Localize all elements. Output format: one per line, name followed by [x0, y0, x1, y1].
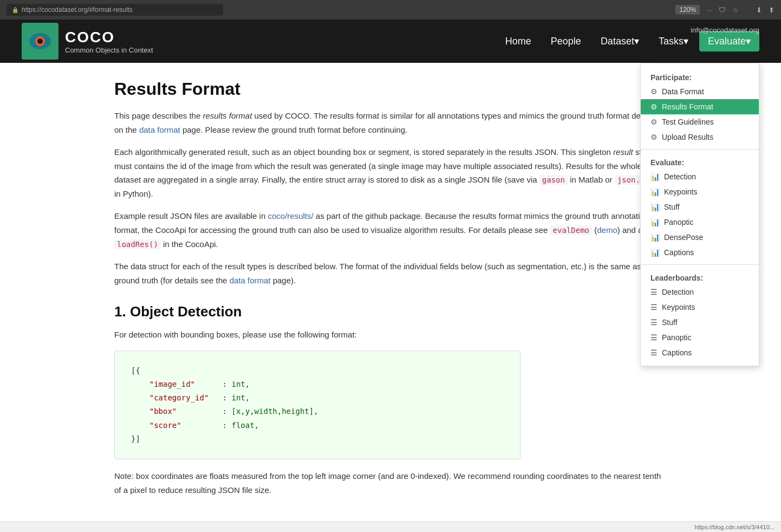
- dropdown-eval-keypoints-label: Keypoints: [664, 187, 697, 196]
- gear-icon-2: ⚙: [650, 102, 658, 111]
- dropdown-test-guidelines-label: Test Guidelines: [662, 118, 714, 126]
- dropdown-eval-captions[interactable]: 📊 Captions: [641, 245, 759, 260]
- dropdown-results-format[interactable]: ⚙ Results Format: [641, 99, 759, 114]
- logo-svg: [25, 26, 55, 56]
- gear-icon-3: ⚙: [650, 118, 658, 126]
- nav-home[interactable]: Home: [497, 31, 540, 51]
- download-icon[interactable]: ⬇: [756, 6, 762, 14]
- dropdown-eval-keypoints[interactable]: 📊 Keypoints: [641, 184, 759, 199]
- evaluate-dropdown: Participate: ⚙ Data Format ⚙ Results For…: [640, 63, 759, 366]
- dropdown-eval-stuff[interactable]: 📊 Stuff: [641, 199, 759, 215]
- shield-icon: 🛡: [719, 6, 726, 14]
- star-icon[interactable]: ☆: [732, 6, 739, 14]
- dropdown-upload-results[interactable]: ⚙ Upload Results: [641, 129, 759, 145]
- leaderboards-label: Leaderboards:: [641, 269, 759, 284]
- bar-chart-icon-1: 📊: [650, 172, 660, 181]
- dropdown-upload-results-label: Upload Results: [662, 133, 713, 141]
- dropdown-lb-stuff-label: Stuff: [662, 318, 678, 327]
- dropdown-eval-captions-label: Captions: [664, 248, 694, 257]
- nav-people[interactable]: People: [542, 31, 590, 51]
- gear-icon-4: ⚙: [650, 133, 658, 141]
- logo-subtitle: Common Objects in Context: [65, 46, 153, 54]
- list-icon-1: ☰: [650, 288, 658, 296]
- data-format-link-2[interactable]: data format: [230, 276, 271, 285]
- intro-paragraph-4: The data struct for each of the result t…: [114, 259, 667, 287]
- list-icon-3: ☰: [650, 318, 658, 327]
- dropdown-eval-detection-label: Detection: [664, 172, 696, 181]
- url-text: https://cocodataset.org/#format-results: [22, 6, 133, 14]
- data-format-link-1[interactable]: data format: [139, 125, 180, 134]
- browser-bar: 🔒 https://cocodataset.org/#format-result…: [0, 0, 781, 20]
- page-title: Results Format: [114, 79, 667, 99]
- dropdown-lb-keypoints[interactable]: ☰ Keypoints: [641, 300, 759, 315]
- dropdown-lb-keypoints-label: Keypoints: [662, 303, 695, 312]
- url-bar[interactable]: 🔒 https://cocodataset.org/#format-result…: [6, 4, 223, 16]
- dropdown-lb-captions[interactable]: ☰ Captions: [641, 345, 759, 360]
- page-content: Results Format This page describes the r…: [93, 63, 688, 529]
- status-url: https://blog.cdn.net/s/3/4410...: [695, 524, 775, 530]
- dropdown-lb-panoptic[interactable]: ☰ Panoptic: [641, 330, 759, 345]
- list-icon-4: ☰: [650, 333, 658, 342]
- logo-text: COCO Common Objects in Context: [65, 29, 153, 54]
- lock-icon: 🔒: [12, 7, 18, 13]
- divider-2: [641, 264, 759, 265]
- dropdown-eval-detection[interactable]: 📊 Detection: [641, 169, 759, 184]
- dropdown-eval-panoptic[interactable]: 📊 Panoptic: [641, 215, 759, 230]
- demo-link[interactable]: demo: [597, 225, 617, 235]
- section1-title: 1. Object Detection: [114, 303, 667, 320]
- participate-label: Participate:: [641, 69, 759, 84]
- nav-dataset[interactable]: Dataset▾: [592, 31, 648, 51]
- nav-email: info@cocodataset.org: [691, 26, 759, 34]
- dropdown-lb-detection[interactable]: ☰ Detection: [641, 284, 759, 300]
- logo-area: COCO Common Objects in Context: [22, 23, 153, 60]
- dropdown-lb-panoptic-label: Panoptic: [662, 333, 691, 342]
- browser-actions: 120% ··· 🛡 ☆ ⬇ ⬆: [675, 5, 775, 15]
- dropdown-eval-panoptic-label: Panoptic: [664, 218, 693, 226]
- dropdown-data-format-label: Data Format: [662, 87, 704, 96]
- navbar: info@cocodataset.org COCO Common Objects…: [0, 20, 781, 63]
- dropdown-data-format[interactable]: ⚙ Data Format: [641, 84, 759, 99]
- dropdown-results-format-label: Results Format: [662, 102, 713, 111]
- code-block-detection: [{ "image_id" : int, "category_id" : int…: [114, 351, 520, 459]
- zoom-badge: 120%: [675, 5, 700, 15]
- coco-results-link[interactable]: coco/results/: [268, 211, 313, 220]
- intro-paragraph-2: Each algorithmically generated result, s…: [114, 145, 667, 200]
- dropdown-eval-densepose-label: DensePose: [664, 233, 703, 242]
- section1-desc: For detection with bounding boxes, pleas…: [114, 328, 667, 342]
- intro-paragraph-1: This page describes the results format u…: [114, 109, 667, 137]
- dropdown-lb-captions-label: Captions: [662, 348, 692, 357]
- bar-chart-icon-2: 📊: [650, 187, 660, 196]
- list-icon-2: ☰: [650, 303, 658, 312]
- more-icon[interactable]: ···: [706, 6, 712, 14]
- svg-point-2: [37, 38, 43, 44]
- bar-chart-icon-6: 📊: [650, 248, 660, 257]
- evaluate-label: Evaluate:: [641, 154, 759, 169]
- intro-paragraph-3: Example result JSON files are available …: [114, 209, 667, 251]
- bar-chart-icon-3: 📊: [650, 203, 660, 211]
- divider-1: [641, 149, 759, 150]
- dropdown-eval-stuff-label: Stuff: [664, 203, 680, 211]
- logo-box: [22, 23, 58, 60]
- gear-icon-1: ⚙: [650, 87, 658, 96]
- bar-chart-icon-4: 📊: [650, 218, 660, 226]
- logo-title: COCO: [65, 29, 153, 46]
- install-icon[interactable]: ⬆: [769, 6, 775, 14]
- status-bar: https://blog.cdn.net/s/3/4410...: [0, 521, 781, 529]
- dropdown-test-guidelines[interactable]: ⚙ Test Guidelines: [641, 114, 759, 129]
- dropdown-lb-stuff[interactable]: ☰ Stuff: [641, 315, 759, 330]
- dropdown-lb-detection-label: Detection: [662, 288, 694, 296]
- bar-chart-icon-5: 📊: [650, 233, 660, 242]
- dropdown-eval-densepose[interactable]: 📊 DensePose: [641, 230, 759, 245]
- note-text: Note: box coordinates are floats measure…: [114, 469, 667, 497]
- list-icon-5: ☰: [650, 348, 658, 357]
- nav-tasks[interactable]: Tasks▾: [650, 31, 697, 51]
